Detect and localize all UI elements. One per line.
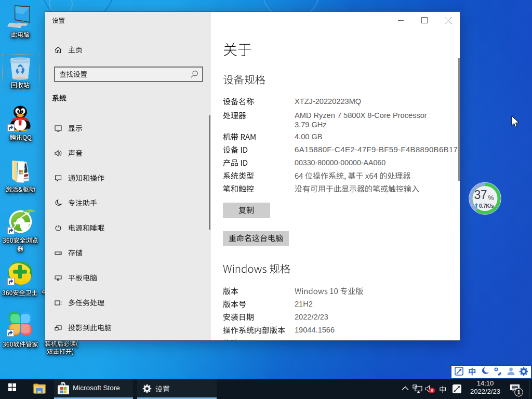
svg-text:1: 1 xyxy=(517,389,521,395)
